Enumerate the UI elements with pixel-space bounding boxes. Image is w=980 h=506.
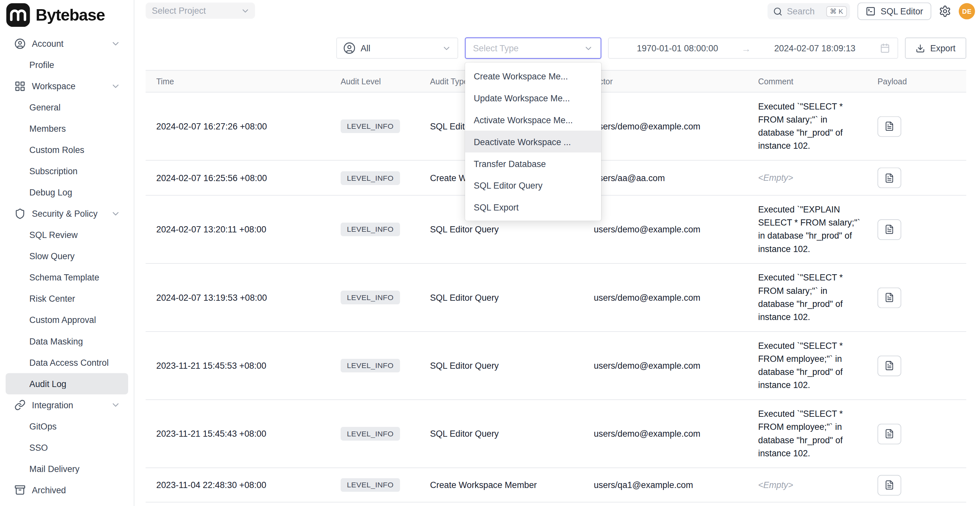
actor-filter-select[interactable]: All [336, 38, 458, 59]
type-cell: SQL Editor Query [425, 293, 587, 303]
sidebar-item-debug-log[interactable]: Debug Log [6, 182, 128, 203]
user-circle-icon [14, 38, 25, 49]
type-cell: SQL Editor Query [425, 429, 587, 439]
actor-cell: users/demo@example.com [587, 224, 750, 234]
actor-cell: users/demo@example.com [587, 361, 750, 371]
sidebar-item-account[interactable]: Account [6, 33, 128, 54]
avatar[interactable]: DE [959, 3, 975, 20]
sidebar-item-label: SSO [29, 442, 128, 453]
search-shortcut: ⌘ K [826, 6, 847, 17]
menu-item-transfer-database[interactable]: Transfer Database [465, 153, 601, 175]
table-row: 2023-11-04 22:48:30 +08:00 LEVEL_INFO Cr… [145, 468, 966, 503]
actor-filter-value: All [361, 43, 371, 53]
level-badge: LEVEL_INFO [340, 119, 400, 133]
sidebar-item-slow-query[interactable]: Slow Query [6, 245, 128, 267]
sidebar-item-data-masking[interactable]: Data Masking [6, 331, 128, 352]
file-icon [884, 121, 894, 131]
sidebar-item-custom-approval[interactable]: Custom Approval [6, 309, 128, 331]
payload-button[interactable] [877, 167, 901, 188]
sidebar-item-risk-center[interactable]: Risk Center [6, 288, 128, 309]
sql-editor-label: SQL Editor [881, 6, 923, 16]
time-cell: 2024-02-07 16:25:56 +08:00 [145, 173, 331, 183]
sidebar-nav: Account Profile Workspace General Member… [0, 29, 134, 501]
sidebar-item-security-policy[interactable]: Security & Policy [6, 203, 128, 224]
menu-item-activate-workspace-member[interactable]: Activate Workspace Me... [465, 109, 601, 131]
sidebar-item-label: SQL Review [29, 230, 128, 240]
level-badge: LEVEL_INFO [340, 171, 400, 185]
sidebar-item-custom-roles[interactable]: Custom Roles [6, 139, 128, 161]
sidebar-item-integration[interactable]: Integration [6, 394, 128, 415]
date-from-value: 1970-01-01 08:00:00 [616, 43, 739, 53]
menu-item-sql-export[interactable]: SQL Export [465, 196, 601, 218]
terminal-icon [865, 6, 876, 16]
sidebar-item-label: Subscription [29, 166, 128, 177]
type-cell: SQL Editor Query [425, 361, 587, 371]
brand-logo[interactable]: Bytebase [0, 0, 134, 29]
search-input[interactable]: Search ⌘ K [767, 3, 850, 20]
chevron-down-icon [584, 43, 593, 53]
chevron-down-icon [110, 39, 121, 49]
comment-cell: Executed `"SELECT * FROM salary;"` in da… [750, 92, 869, 160]
file-icon [884, 480, 894, 490]
menu-item-create-workspace-member[interactable]: Create Workspace Me... [465, 65, 601, 87]
sidebar-item-gitops[interactable]: GitOps [6, 415, 128, 437]
payload-button[interactable] [877, 287, 901, 308]
file-icon [884, 173, 894, 183]
type-filter-select[interactable]: Select Type [465, 38, 601, 59]
payload-button[interactable] [877, 475, 901, 495]
sidebar-item-subscription[interactable]: Subscription [6, 161, 128, 182]
sidebar-item-workspace[interactable]: Workspace [6, 75, 128, 97]
level-badge: LEVEL_INFO [340, 359, 400, 372]
sidebar-item-mail-delivery[interactable]: Mail Delivery [6, 458, 128, 479]
project-select-value: Select Project [152, 6, 206, 16]
payload-button[interactable] [877, 116, 901, 137]
payload-button[interactable] [877, 355, 901, 376]
sidebar-item-label: Data Access Control [29, 358, 128, 368]
time-cell: 2024-02-07 13:19:53 +08:00 [145, 293, 331, 303]
date-range-picker[interactable]: 1970-01-01 08:00:00 → 2024-02-07 18:09:1… [608, 38, 898, 59]
menu-item-sql-editor-query[interactable]: SQL Editor Query [465, 174, 601, 196]
gear-icon[interactable] [939, 5, 951, 18]
sidebar-item-schema-template[interactable]: Schema Template [6, 267, 128, 288]
file-icon [884, 429, 894, 439]
table-row: 2023-11-21 15:45:53 +08:00 LEVEL_INFO SQ… [145, 332, 966, 400]
menu-item-deactivate-workspace-member[interactable]: Deactivate Workspace ... [465, 131, 601, 153]
comment-cell: Executed `"SELECT * FROM employee;"` in … [750, 332, 869, 399]
sidebar-item-members[interactable]: Members [6, 118, 128, 139]
menu-item-update-workspace-member[interactable]: Update Workspace Me... [465, 87, 601, 109]
time-cell: 2023-11-21 15:45:43 +08:00 [145, 429, 331, 439]
column-header-audit-level: Audit Level [331, 76, 425, 86]
actor-cell: users/demo@example.com [587, 293, 750, 303]
payload-button[interactable] [877, 423, 901, 444]
sidebar-item-label: Workspace [32, 81, 105, 92]
sql-editor-button[interactable]: SQL Editor [858, 3, 931, 20]
sidebar-item-general[interactable]: General [6, 97, 128, 118]
sidebar-item-label: GitOps [29, 421, 128, 431]
user-circle-icon [343, 42, 356, 54]
column-header-time: Time [145, 76, 331, 86]
sidebar-item-label: Mail Delivery [29, 464, 128, 474]
bytebase-logo-icon [6, 3, 30, 27]
main-content: Select Project Search ⌘ K SQL Editor DE [134, 0, 980, 506]
time-cell: 2023-11-04 22:48:30 +08:00 [145, 480, 331, 490]
type-filter-menu: Create Workspace Me... Update Workspace … [465, 62, 601, 221]
payload-button[interactable] [877, 219, 901, 240]
sidebar-item-profile[interactable]: Profile [6, 54, 128, 75]
level-badge: LEVEL_INFO [340, 291, 400, 304]
download-icon [916, 43, 926, 53]
calendar-icon [880, 43, 890, 53]
sidebar-item-label: Security & Policy [32, 209, 105, 219]
sidebar-item-data-access-control[interactable]: Data Access Control [6, 352, 128, 373]
sidebar-item-sql-review[interactable]: SQL Review [6, 224, 128, 245]
comment-cell: Executed `"EXPLAIN SELECT * FROM salary;… [750, 196, 869, 263]
sidebar-item-sso[interactable]: SSO [6, 437, 128, 458]
sidebar-item-audit-log[interactable]: Audit Log [6, 373, 128, 394]
project-select[interactable]: Select Project [145, 3, 255, 19]
sidebar-item-archived[interactable]: Archived [6, 479, 128, 500]
level-badge: LEVEL_INFO [340, 478, 400, 492]
export-button[interactable]: Export [905, 38, 966, 59]
table-row: 2023-11-21 15:45:43 +08:00 LEVEL_INFO SQ… [145, 400, 966, 468]
sidebar-item-label: General [29, 103, 128, 113]
sidebar-item-label: Debug Log [29, 188, 128, 198]
sidebar-item-label: Data Masking [29, 336, 128, 347]
